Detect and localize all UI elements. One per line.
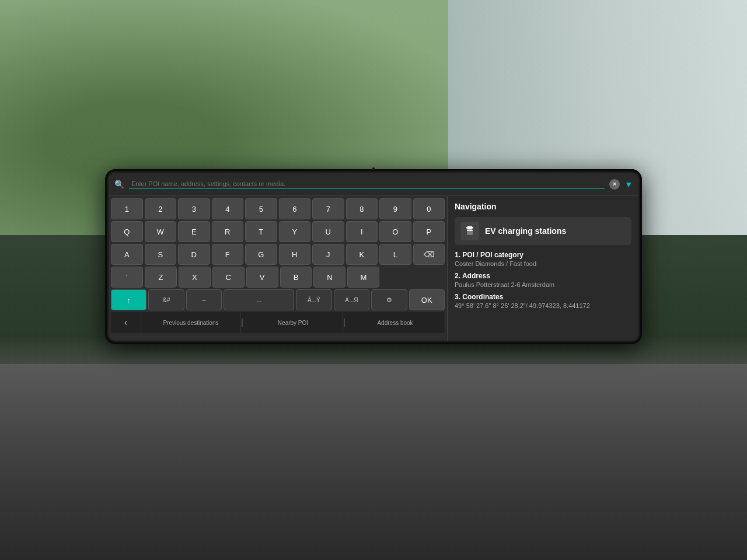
- prev-destinations-button[interactable]: Previous destinations: [141, 312, 241, 333]
- key-9[interactable]: 9: [379, 198, 411, 219]
- key-m[interactable]: M: [347, 267, 379, 288]
- option-2-number: 2.: [455, 272, 462, 280]
- option-coordinates[interactable]: 3. Coordinates 49° 58' 27.6" 8° 26' 28.2…: [455, 293, 631, 309]
- screen-bezel: 🔍 ✕ ▼ 1 2 3 4 5 6 7 8 9: [105, 169, 642, 344]
- shift-key[interactable]: ↑: [111, 289, 146, 310]
- key-z[interactable]: Z: [145, 267, 177, 288]
- main-content: 1 2 3 4 5 6 7 8 9 0 Q W E R T: [109, 196, 638, 341]
- key-w[interactable]: W: [145, 221, 177, 242]
- address-book-label: Address book: [377, 320, 413, 326]
- key-d[interactable]: D: [178, 244, 210, 265]
- back-button[interactable]: ‹: [111, 312, 141, 333]
- keyboard-panel: 1 2 3 4 5 6 7 8 9 0 Q W E R T: [109, 196, 447, 341]
- option-address[interactable]: 2. Address Paulus Potterstraat 2-6 Amste…: [455, 272, 631, 288]
- option-1-number: 1.: [455, 251, 462, 259]
- number-row: 1 2 3 4 5 6 7 8 9 0: [111, 198, 445, 219]
- search-icon: 🔍: [114, 180, 124, 189]
- option-1-label: POI / POI category: [462, 251, 523, 259]
- ev-charging-title: EV charging stations: [485, 226, 566, 236]
- key-i[interactable]: I: [346, 221, 378, 242]
- key-c[interactable]: C: [212, 267, 245, 288]
- infotainment-screen: 🔍 ✕ ▼ 1 2 3 4 5 6 7 8 9: [109, 173, 638, 341]
- key-dash[interactable]: –: [186, 289, 222, 310]
- key-5[interactable]: 5: [245, 198, 277, 219]
- clear-button[interactable]: ✕: [609, 179, 620, 190]
- key-1[interactable]: 1: [111, 198, 143, 219]
- option-poi[interactable]: 1. POI / POI category Coster Diamonds / …: [455, 251, 631, 267]
- option-1-subtitle: Coster Diamonds / Fast food: [455, 260, 631, 267]
- key-settings[interactable]: ⚙: [371, 289, 407, 310]
- svg-rect-0: [467, 230, 473, 231]
- key-u[interactable]: U: [312, 221, 344, 242]
- key-accents-cyrillic[interactable]: А...Я: [334, 289, 369, 310]
- option-3-label: Coordinates: [462, 293, 503, 301]
- option-2-title: 2. Address: [455, 272, 631, 280]
- key-s[interactable]: S: [145, 244, 177, 265]
- panel-title: Navigation: [455, 202, 631, 211]
- key-symbols[interactable]: &#: [148, 289, 184, 310]
- key-4[interactable]: 4: [212, 198, 244, 219]
- key-l[interactable]: L: [379, 244, 411, 265]
- option-3-title: 3. Coordinates: [455, 293, 631, 301]
- key-0[interactable]: 0: [413, 198, 445, 219]
- key-t[interactable]: T: [245, 221, 277, 242]
- search-bar: 🔍 ✕ ▼: [109, 173, 638, 196]
- qwerty-row: Q W E R T Y U I O P: [111, 221, 445, 242]
- option-3-number: 3.: [455, 293, 462, 301]
- key-space[interactable]: ⎵: [224, 289, 294, 310]
- key-k[interactable]: K: [346, 244, 378, 265]
- key-7[interactable]: 7: [312, 198, 344, 219]
- nearby-poi-button[interactable]: Nearby POI: [243, 312, 343, 333]
- bottom-navigation: ‹ Previous destinations | Nearby POI | A…: [111, 312, 445, 333]
- prev-destinations-label: Previous destinations: [163, 320, 218, 326]
- option-2-subtitle: Paulus Potterstraat 2-6 Amsterdam: [455, 281, 631, 288]
- zxcv-row: ' Z X C V B N M: [111, 267, 445, 288]
- key-q[interactable]: Q: [111, 221, 143, 242]
- option-1-title: 1. POI / POI category: [455, 251, 631, 259]
- dashboard-strip: [0, 364, 747, 560]
- ok-key[interactable]: OK: [409, 289, 445, 310]
- key-v[interactable]: V: [246, 267, 278, 288]
- option-2-label: Address: [462, 272, 490, 280]
- ev-charging-card[interactable]: EV charging stations: [455, 217, 631, 245]
- key-p[interactable]: P: [413, 221, 445, 242]
- key-h[interactable]: H: [279, 244, 311, 265]
- key-o[interactable]: O: [379, 221, 411, 242]
- key-x[interactable]: X: [179, 267, 211, 288]
- key-empty: [381, 267, 412, 288]
- key-accents-latin[interactable]: Á...Ý: [296, 289, 331, 310]
- key-6[interactable]: 6: [279, 198, 311, 219]
- search-input[interactable]: [129, 179, 605, 189]
- right-panel: Navigation EV charging stations: [447, 196, 638, 341]
- key-3[interactable]: 3: [178, 198, 210, 219]
- key-apostrophe[interactable]: ': [111, 267, 143, 288]
- key-n[interactable]: N: [313, 267, 345, 288]
- key-a[interactable]: A: [111, 244, 143, 265]
- asdf-row: A S D F G H J K L ⌫: [111, 244, 445, 265]
- key-empty2: [414, 267, 445, 288]
- filter-button[interactable]: ▼: [624, 180, 633, 189]
- backspace-key[interactable]: ⌫: [413, 244, 445, 265]
- key-8[interactable]: 8: [346, 198, 378, 219]
- address-book-button[interactable]: Address book: [345, 312, 445, 333]
- key-e[interactable]: E: [178, 221, 210, 242]
- key-j[interactable]: J: [312, 244, 344, 265]
- special-row: ↑ &# – ⎵ Á...Ý А...Я ⚙ OK: [111, 289, 445, 310]
- key-r[interactable]: R: [212, 221, 244, 242]
- key-2[interactable]: 2: [145, 198, 177, 219]
- key-b[interactable]: B: [280, 267, 312, 288]
- key-g[interactable]: G: [245, 244, 277, 265]
- nearby-poi-label: Nearby POI: [278, 320, 308, 326]
- ev-charging-icon: [460, 222, 479, 240]
- option-3-subtitle: 49° 58' 27.6" 8° 26' 28.2"/ 49.974323, 8…: [455, 302, 631, 309]
- key-f[interactable]: F: [212, 244, 244, 265]
- key-y[interactable]: Y: [279, 221, 311, 242]
- camera: [372, 167, 375, 170]
